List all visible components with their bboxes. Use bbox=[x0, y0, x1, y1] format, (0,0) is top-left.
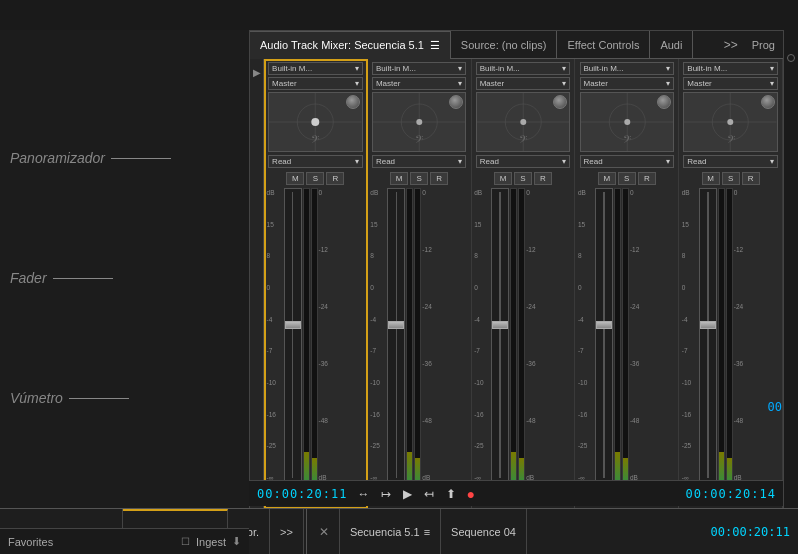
tab-audio-track-mixer[interactable]: Audio Track Mixer: Secuencia 5.1 ☰ bbox=[250, 31, 451, 59]
msr-row-A1: M S R bbox=[286, 172, 344, 185]
vu-bar-L-A3 bbox=[510, 188, 517, 482]
btn-s-A2[interactable]: S bbox=[410, 172, 428, 185]
transport-mark-out[interactable]: ↤ bbox=[422, 487, 436, 501]
fader-handle-A1[interactable] bbox=[285, 321, 301, 329]
vu-fill-R-A3 bbox=[519, 458, 524, 481]
tab-audio[interactable]: Audi bbox=[650, 31, 693, 59]
fader-track-A1 bbox=[292, 192, 294, 478]
builtin-select-A1[interactable]: Built-in M...▾ bbox=[268, 62, 363, 75]
builtin-select-A4[interactable]: Built-in M...▾ bbox=[580, 62, 675, 75]
tab-menu-icon[interactable]: ☰ bbox=[430, 39, 440, 52]
btn-m-A4[interactable]: M bbox=[598, 172, 616, 185]
fader-handle-A4[interactable] bbox=[596, 321, 612, 329]
fader-vu-section-A3: dB 15 8 0 -4 -7 -10 -16 -25 -∞ bbox=[474, 188, 572, 482]
bottom-time-display: 00:00:20:11 bbox=[711, 525, 790, 539]
fader-handle-A3[interactable] bbox=[492, 321, 508, 329]
fader-slider-A4[interactable] bbox=[595, 188, 613, 482]
btn-s-A1[interactable]: S bbox=[306, 172, 324, 185]
tab-audio-mixer-label: Audio Track Mixer: Secuencia 5.1 bbox=[260, 39, 424, 51]
vu-fill-L-A5 bbox=[719, 452, 724, 481]
btn-r-A3[interactable]: R bbox=[534, 172, 552, 185]
tab-effect-label: Effect Controls bbox=[567, 39, 639, 51]
btn-r-A1[interactable]: R bbox=[326, 172, 344, 185]
read-select-A4[interactable]: Read▾ bbox=[580, 155, 675, 168]
fader-slider-A3[interactable] bbox=[491, 188, 509, 482]
db-scale-left-A4: dB 15 8 0 -4 -7 -10 -16 -25 -∞ bbox=[578, 188, 594, 482]
builtin-select-A3[interactable]: Built-in M...▾ bbox=[476, 62, 571, 75]
btn-s-A5[interactable]: S bbox=[722, 172, 740, 185]
vu-fill-L-A4 bbox=[615, 452, 620, 481]
btn-r-A2[interactable]: R bbox=[430, 172, 448, 185]
svg-point-3 bbox=[311, 118, 319, 126]
vu-meter-A4 bbox=[614, 188, 629, 482]
btn-m-A2[interactable]: M bbox=[390, 172, 408, 185]
panner-knob-A1[interactable] bbox=[346, 95, 360, 109]
fader-slider-A5[interactable] bbox=[699, 188, 717, 482]
transport-export[interactable]: ⬆ bbox=[444, 487, 458, 501]
builtin-select-A5[interactable]: Built-in M...▾ bbox=[683, 62, 778, 75]
transport-in-out[interactable]: ↔ bbox=[355, 487, 371, 501]
svg-point-7 bbox=[416, 119, 422, 125]
master-select-A4[interactable]: Master▾ bbox=[580, 77, 675, 90]
btn-r-A4[interactable]: R bbox=[638, 172, 656, 185]
vu-fill-L-A3 bbox=[511, 452, 516, 481]
db-scale-right-A2: 0 -12 -24 -36 -48 dB bbox=[422, 188, 438, 482]
collapse-arrow[interactable]: ▶ bbox=[250, 59, 264, 509]
master-select-A1[interactable]: Master▾ bbox=[268, 77, 363, 90]
btn-m-A1[interactable]: M bbox=[286, 172, 304, 185]
read-select-A5[interactable]: Read▾ bbox=[683, 155, 778, 168]
vumetro-label: Vúmetro bbox=[10, 390, 63, 406]
master-select-A3[interactable]: Master▾ bbox=[476, 77, 571, 90]
db-scale-left-A5: dB 15 8 0 -4 -7 -10 -16 -25 -∞ bbox=[682, 188, 698, 482]
fader-track-A2 bbox=[396, 192, 398, 478]
bottom-tab-secuencia[interactable]: Secuencia 5.1 ≡ bbox=[340, 509, 441, 554]
fader-track-A5 bbox=[707, 192, 709, 478]
tab-source[interactable]: Source: (no clips) bbox=[451, 31, 558, 59]
bottom-tab-sequence04[interactable]: Sequence 04 bbox=[441, 509, 527, 554]
transport-play[interactable]: ▶ bbox=[401, 487, 414, 501]
tab-effect-controls[interactable]: Effect Controls bbox=[557, 31, 650, 59]
bottom-tab-close-icon[interactable]: ✕ bbox=[309, 509, 340, 554]
svg-point-11 bbox=[520, 119, 526, 125]
transport-record[interactable]: ● bbox=[466, 486, 474, 502]
fader-slider-A2[interactable] bbox=[387, 188, 405, 482]
tab-more[interactable]: >> bbox=[718, 38, 744, 52]
bottom-tab-more[interactable]: >> bbox=[270, 509, 304, 554]
read-select-A1[interactable]: Read▾ bbox=[268, 155, 363, 168]
fav-ingest-checkbox[interactable]: ☐ bbox=[181, 536, 190, 547]
builtin-select-A2[interactable]: Built-in M...▾ bbox=[372, 62, 467, 75]
fader-slider-A1[interactable] bbox=[284, 188, 302, 482]
transport-bar: 00:00:20:11 ↔ ↦ ▶ ↤ ⬆ ● 00:00:20:14 bbox=[249, 480, 784, 506]
vu-meter-A5 bbox=[718, 188, 733, 482]
panner-bass-icon-A4: 𝄢 bbox=[623, 133, 631, 149]
fader-handle-A2[interactable] bbox=[388, 321, 404, 329]
fader-label-row: Fader bbox=[10, 270, 113, 286]
track-col-A4: Built-in M...▾ Master▾ 𝄢 Read▾ M S R dB bbox=[575, 59, 679, 509]
vu-bar-R-A2 bbox=[414, 188, 421, 482]
panner-knob-A4[interactable] bbox=[657, 95, 671, 109]
btn-s-A4[interactable]: S bbox=[618, 172, 636, 185]
panner-area-A3: 𝄢 bbox=[476, 92, 571, 152]
fader-vu-section-A4: dB 15 8 0 -4 -7 -10 -16 -25 -∞ bbox=[578, 188, 676, 482]
vu-fill-R-A2 bbox=[415, 458, 420, 481]
master-select-A2[interactable]: Master▾ bbox=[372, 77, 467, 90]
tab-prog[interactable]: Prog bbox=[744, 39, 783, 51]
fader-vu-section-A5: dB 15 8 0 -4 -7 -10 -16 -25 -∞ bbox=[682, 188, 780, 482]
fav-arrow-btn[interactable]: ⬇ bbox=[232, 535, 241, 548]
read-select-A2[interactable]: Read▾ bbox=[372, 155, 467, 168]
btn-r-A5[interactable]: R bbox=[742, 172, 760, 185]
btn-m-A3[interactable]: M bbox=[494, 172, 512, 185]
track-col-A1: Built-in M...▾ Master▾ 𝄢 Read▾ M S R dB bbox=[264, 59, 368, 509]
fader-handle-A5[interactable] bbox=[700, 321, 716, 329]
vu-bar-R-A1 bbox=[311, 188, 318, 482]
btn-m-A5[interactable]: M bbox=[702, 172, 720, 185]
panner-knob-A5[interactable] bbox=[761, 95, 775, 109]
btn-s-A3[interactable]: S bbox=[514, 172, 532, 185]
vu-fill-L-A2 bbox=[407, 452, 412, 481]
master-select-A5[interactable]: Master▾ bbox=[683, 77, 778, 90]
right-edge-panel bbox=[783, 30, 798, 510]
time-display-left: 00:00:20:11 bbox=[257, 487, 347, 501]
read-select-A3[interactable]: Read▾ bbox=[476, 155, 571, 168]
vu-fill-R-A4 bbox=[623, 458, 628, 481]
transport-mark-in[interactable]: ↦ bbox=[379, 487, 393, 501]
